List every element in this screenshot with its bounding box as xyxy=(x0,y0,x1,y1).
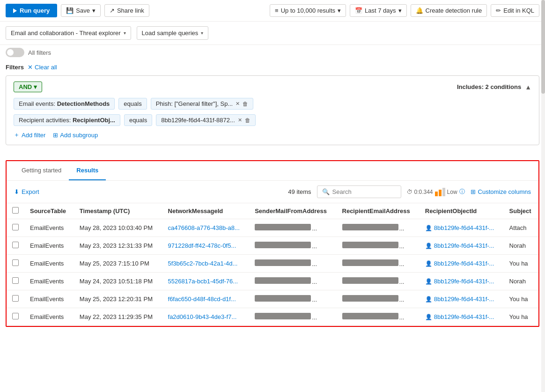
scrollbar-thumb[interactable] xyxy=(541,0,545,94)
x-icon: ✕ xyxy=(28,64,33,71)
row-checkbox-cell-2[interactable] xyxy=(7,255,24,273)
data-source-dropdown[interactable]: Email and collaboration - Threat explore… xyxy=(6,26,131,40)
table-row: EmailEvents May 23, 2023 12:31:33 PM 971… xyxy=(7,237,538,255)
row-network-id-2[interactable]: 5f3b65c2-7bcb-42a1-4d... xyxy=(162,255,250,273)
filter-field-1[interactable]: Email events: DetectionMethods xyxy=(14,98,115,110)
row-network-id-4[interactable]: f6fac650-d48f-48cd-d1f... xyxy=(162,290,250,308)
clear-all-button[interactable]: ✕ Clear all xyxy=(28,64,57,71)
delete-filter-2-button[interactable]: 🗑 xyxy=(245,117,250,124)
person-icon: 👤 xyxy=(425,314,432,320)
col-network-id: NetworkMessageId xyxy=(162,203,250,219)
filter-row-1: Email events: DetectionMethods equals Ph… xyxy=(14,98,531,110)
all-filters-label: All filters xyxy=(28,49,51,56)
save-label: Save xyxy=(76,7,90,14)
results-table: SourceTable Timestamp (UTC) NetworkMessa… xyxy=(7,203,538,326)
row-recipient-obj-3[interactable]: 👤8bb129fe-f6d4-431f-... xyxy=(420,273,504,290)
results-limit-button[interactable]: ≡ Up to 10,000 results ▾ xyxy=(270,4,346,17)
tab-getting-started[interactable]: Getting started xyxy=(14,161,69,180)
row-recipient-obj-0[interactable]: 👤8bb129fe-f6d4-431f-... xyxy=(420,219,504,237)
search-input[interactable] xyxy=(332,188,396,195)
edit-icon: ✏ xyxy=(496,7,501,14)
scrollbar[interactable] xyxy=(541,0,545,392)
select-all-checkbox[interactable] xyxy=(12,207,19,214)
row-recipient-obj-1[interactable]: 👤8bb129fe-f6d4-431f-... xyxy=(420,237,504,255)
row-subject-1: Norah xyxy=(504,237,538,255)
search-box[interactable]: 🔍 xyxy=(317,185,401,198)
tab-results[interactable]: Results xyxy=(69,161,106,180)
row-checkbox-2[interactable] xyxy=(12,259,19,266)
filter-operator-2[interactable]: equals xyxy=(124,114,152,126)
row-source-4: EmailEvents xyxy=(24,290,74,308)
row-checkbox-4[interactable] xyxy=(12,295,19,302)
row-recipient-obj-2[interactable]: 👤8bb129fe-f6d4-431f-... xyxy=(420,255,504,273)
row-checkbox-cell-4[interactable] xyxy=(7,290,24,308)
row-network-id-5[interactable]: fa2d0610-9b43-4de3-f7... xyxy=(162,308,250,326)
row-checkbox-cell-3[interactable] xyxy=(7,273,24,290)
share-link-button[interactable]: ↗ Share link xyxy=(104,4,149,17)
and-operator-badge[interactable]: AND ▾ xyxy=(14,81,42,92)
filter-operator-1[interactable]: equals xyxy=(118,98,147,110)
filter-box-header: AND ▾ Includes: 2 conditions ▲ xyxy=(14,81,531,92)
toolbar-right: ≡ Up to 10,000 results ▾ 📅 Last 7 days ▾… xyxy=(270,4,539,17)
sample-queries-dropdown[interactable]: Load sample queries ▾ xyxy=(137,26,209,40)
row-recipient-2: ... xyxy=(337,255,420,273)
add-filter-button[interactable]: ＋ Add filter xyxy=(14,131,45,139)
results-tab-label: Results xyxy=(76,167,98,174)
row-recipient-obj-5[interactable]: 👤8bb129fe-f6d4-431f-... xyxy=(420,308,504,326)
edit-kql-button[interactable]: ✏ Edit in KQL xyxy=(491,4,539,17)
run-query-button[interactable]: Run query xyxy=(6,4,57,17)
subgroup-icon: ⊞ xyxy=(53,132,58,139)
time-range-label: Last 7 days xyxy=(365,7,396,14)
row-network-id-3[interactable]: 5526817a-bcb1-45df-76... xyxy=(162,273,250,290)
filter-value-2[interactable]: 8bb129fe-f6d4-431f-8872... ✕ 🗑 xyxy=(156,114,256,126)
results-tabs: Getting started Results xyxy=(7,161,538,181)
row-checkbox-5[interactable] xyxy=(12,313,19,319)
all-filters-toggle[interactable] xyxy=(6,48,24,57)
time-range-button[interactable]: 📅 Last 7 days ▾ xyxy=(350,4,407,17)
create-rule-button[interactable]: 🔔 Create detection rule xyxy=(411,4,487,17)
add-subgroup-button[interactable]: ⊞ Add subgroup xyxy=(53,132,98,139)
row-source-2: EmailEvents xyxy=(24,255,74,273)
export-button[interactable]: ⬇ Export xyxy=(14,188,39,195)
results-toolbar: ⬇ Export 49 items 🔍 ⏱ 0:0.344 xyxy=(7,181,538,203)
customize-columns-button[interactable]: ⊞ Customize columns xyxy=(471,188,531,195)
results-section: Getting started Results ⬇ Export 49 item… xyxy=(6,160,539,327)
row-source-1: EmailEvents xyxy=(24,237,74,255)
main-toolbar: Run query 💾 Save ▾ ↗ Share link ≡ Up to … xyxy=(0,0,545,22)
row-checkbox-cell-5[interactable] xyxy=(7,308,24,326)
table-row: EmailEvents May 28, 2023 10:03:40 PM ca4… xyxy=(7,219,538,237)
row-recipient-0: ... xyxy=(337,219,420,237)
perf-time: 0:0.344 xyxy=(414,189,433,195)
row-checkbox-cell-0[interactable] xyxy=(7,219,24,237)
row-source-3: EmailEvents xyxy=(24,273,74,290)
row-timestamp-5: May 22, 2023 11:29:35 PM xyxy=(74,308,162,326)
perf-bar-1 xyxy=(435,192,438,196)
row-subject-2: You ha xyxy=(504,255,538,273)
collapse-button[interactable]: ▲ xyxy=(525,83,531,91)
delete-filter-1-button[interactable]: 🗑 xyxy=(243,101,248,107)
save-button[interactable]: 💾 Save ▾ xyxy=(61,4,101,17)
remove-filter-2-button[interactable]: ✕ xyxy=(238,117,242,123)
row-recipient-obj-4[interactable]: 👤8bb129fe-f6d4-431f-... xyxy=(420,290,504,308)
remove-filter-1-button[interactable]: ✕ xyxy=(236,101,240,107)
row-recipient-4: ... xyxy=(337,290,420,308)
row-network-id-1[interactable]: 971228df-ff42-478c-0f5... xyxy=(162,237,250,255)
bell-icon: 🔔 xyxy=(416,7,423,14)
filter-value-1[interactable]: Phish: ["General filter"], Sp... ✕ 🗑 xyxy=(151,98,254,110)
row-checkbox-3[interactable] xyxy=(12,277,19,284)
row-sender-2: ... xyxy=(249,255,336,273)
customize-columns-label: Customize columns xyxy=(478,188,531,195)
row-checkbox-1[interactable] xyxy=(12,242,19,248)
table-row: EmailEvents May 24, 2023 10:51:18 PM 552… xyxy=(7,273,538,290)
select-all-header[interactable] xyxy=(7,203,24,219)
filters-label: Filters xyxy=(6,64,24,71)
row-checkbox-0[interactable] xyxy=(12,224,19,230)
row-timestamp-2: May 25, 2023 7:15:10 PM xyxy=(74,255,162,273)
chevron-down-icon: ▾ xyxy=(34,83,37,90)
row-network-id-0[interactable]: ca476608-a776-438b-a8... xyxy=(162,219,250,237)
col-timestamp: Timestamp (UTC) xyxy=(74,203,162,219)
search-icon: 🔍 xyxy=(322,188,330,195)
filter-field-2[interactable]: Recipient activities: RecipientObj... xyxy=(14,114,120,126)
table-row: EmailEvents May 25, 2023 12:20:31 PM f6f… xyxy=(7,290,538,308)
row-checkbox-cell-1[interactable] xyxy=(7,237,24,255)
